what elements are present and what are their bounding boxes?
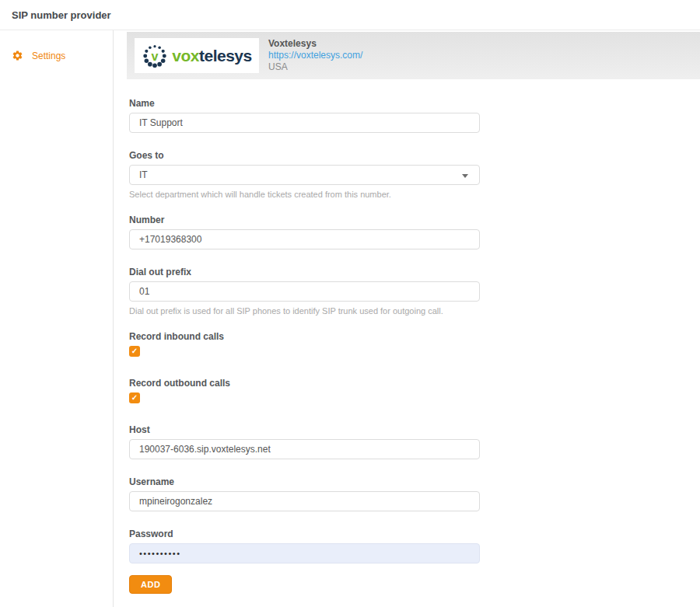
number-input[interactable] (129, 229, 480, 249)
field-password: Password (129, 529, 464, 563)
record-outbound-checkbox[interactable] (129, 392, 140, 403)
goes-to-label: Goes to (129, 150, 464, 161)
provider-banner: v voxtelesys Voxtelesys https://voxteles… (127, 32, 700, 79)
goes-to-help-text: Select department which will handle tick… (129, 190, 464, 200)
page-title: SIP number provider (12, 9, 111, 21)
dial-out-prefix-help-text: Dial out prefix is used for all SIP phon… (129, 306, 464, 316)
body: Settings v voxtelesys (0, 30, 700, 607)
host-input[interactable] (129, 439, 480, 459)
provider-info: Voxtelesys https://voxtelesys.com/ USA (268, 38, 362, 73)
username-input[interactable] (129, 491, 480, 511)
username-label: Username (129, 476, 464, 487)
svg-text:v: v (152, 48, 159, 62)
sidebar-item-settings[interactable]: Settings (0, 45, 113, 66)
sidebar: Settings (0, 30, 114, 607)
host-label: Host (129, 424, 464, 435)
field-dial-out-prefix: Dial out prefix Dial out prefix is used … (129, 267, 464, 316)
field-username: Username (129, 476, 464, 511)
field-record-outbound: Record outbound calls (129, 378, 464, 403)
goes-to-selected-value: IT (139, 169, 148, 180)
provider-country: USA (268, 61, 362, 73)
provider-url-link[interactable]: https://voxtelesys.com/ (268, 50, 362, 61)
voxtelesys-logo-text: voxtelesys (172, 47, 251, 64)
record-inbound-label: Record inbound calls (129, 331, 464, 342)
name-input[interactable] (129, 113, 480, 133)
field-goes-to: Goes to IT Select department which will … (129, 150, 464, 200)
provider-logo: v voxtelesys (135, 38, 259, 73)
add-button[interactable]: ADD (129, 575, 172, 594)
voxtelesys-logo-icon: v (142, 43, 168, 69)
chevron-down-icon (462, 174, 468, 178)
sidebar-item-label: Settings (32, 51, 65, 61)
dial-out-prefix-input[interactable] (129, 281, 480, 302)
password-label: Password (129, 529, 464, 539)
sip-settings-form: Name Goes to IT Select department which … (114, 79, 464, 594)
goes-to-select[interactable]: IT (129, 165, 480, 185)
field-host: Host (129, 424, 464, 459)
page-header: SIP number provider (0, 0, 700, 30)
dial-out-prefix-label: Dial out prefix (129, 267, 464, 277)
password-input[interactable] (129, 543, 480, 563)
name-label: Name (129, 98, 464, 109)
provider-name: Voxtelesys (268, 38, 362, 50)
record-outbound-label: Record outbound calls (129, 378, 464, 389)
record-inbound-checkbox[interactable] (129, 346, 140, 357)
number-label: Number (129, 215, 464, 225)
field-number: Number (129, 215, 464, 249)
gear-icon (12, 50, 23, 61)
field-record-inbound: Record inbound calls (129, 331, 464, 357)
field-name: Name (129, 98, 464, 133)
main-content: v voxtelesys Voxtelesys https://voxteles… (114, 30, 700, 607)
